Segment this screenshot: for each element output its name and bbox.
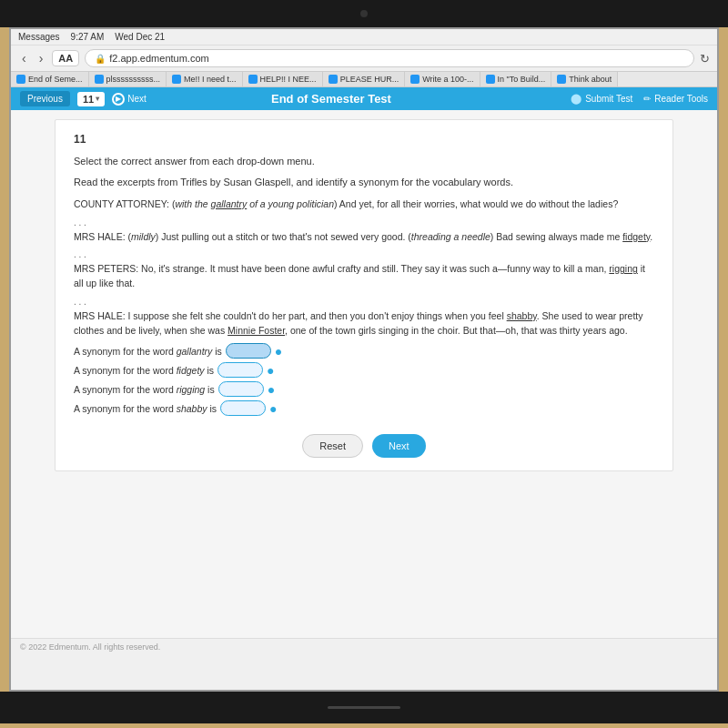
action-buttons: Reset Next xyxy=(74,434,654,458)
refresh-button[interactable]: ↻ xyxy=(700,52,710,66)
device-bottom xyxy=(0,692,728,723)
previous-button[interactable]: Previous xyxy=(20,91,70,106)
reader-tools-label: Reader Tools xyxy=(654,94,708,104)
rigging-label: A synonym for the word rigging is xyxy=(74,384,215,395)
shabby-dot: ● xyxy=(269,401,277,416)
tab-icon xyxy=(486,75,495,84)
answer-row-fidgety: A synonym for the word fidgety is ● xyxy=(74,362,654,378)
ellipsis-1: . . . xyxy=(74,217,654,228)
fidgety-dot: ● xyxy=(267,363,274,378)
tab-item[interactable]: In "To Build... xyxy=(480,72,552,86)
tab-icon xyxy=(329,75,338,84)
back-button[interactable]: ‹ xyxy=(18,49,30,67)
status-time: 9:27 AM xyxy=(71,32,105,42)
instruction-1: Select the correct answer from each drop… xyxy=(74,155,654,168)
submit-icon: ⬤ xyxy=(571,93,581,105)
reader-tools-button[interactable]: ✏ Reader Tools xyxy=(643,94,708,104)
tab-item[interactable]: HELP!! I NEE... xyxy=(243,72,323,86)
answer-row-rigging: A synonym for the word rigging is ● xyxy=(74,381,654,397)
shabby-label: A synonym for the word shabby is xyxy=(74,403,217,414)
browser-toolbar: ‹ › AA 🔒 f2.app.edmentum.com ↻ xyxy=(11,46,717,72)
passage-mrs-hale-2: MRS HALE: I suppose she felt she couldn'… xyxy=(74,309,654,339)
nav-buttons: ‹ › xyxy=(18,49,46,67)
question-number: 11 xyxy=(74,133,654,146)
rigging-dot: ● xyxy=(268,382,275,397)
gallantry-label: A synonym for the word gallantry is xyxy=(74,346,222,357)
tab-label: Write a 100-... xyxy=(422,75,473,84)
shabby-dropdown[interactable] xyxy=(220,400,266,416)
main-content: 11 Select the correct answer from each d… xyxy=(11,110,717,638)
content-card: 11 Select the correct answer from each d… xyxy=(55,119,673,471)
tab-item[interactable]: Write a 100-... xyxy=(405,72,480,86)
tab-item[interactable]: PLEASE HUR... xyxy=(323,72,406,86)
ellipsis-3: . . . xyxy=(74,297,654,307)
reset-button[interactable]: Reset xyxy=(302,434,363,458)
status-bar: Messages 9:27 AM Wed Dec 21 xyxy=(11,29,717,46)
tab-label: In "To Build... xyxy=(498,75,546,84)
tab-label: PLEASE HUR... xyxy=(340,75,399,84)
lock-icon: 🔒 xyxy=(95,54,106,64)
fidgety-dropdown[interactable] xyxy=(217,362,263,378)
next-button-main[interactable]: Next xyxy=(372,434,426,458)
tab-item[interactable]: Think about xyxy=(551,72,618,86)
rigging-dropdown[interactable] xyxy=(218,381,264,397)
device-frame: Messages 9:27 AM Wed Dec 21 ‹ › AA 🔒 f2.… xyxy=(0,0,728,728)
tab-label: plssssssssss... xyxy=(106,75,161,84)
tab-item[interactable]: End of Seme... xyxy=(11,72,89,86)
tab-label: Me!! I need t... xyxy=(184,75,237,84)
tab-label: End of Seme... xyxy=(28,75,83,84)
app-header: Previous 11 ▾ ▶ Next End of Semester Tes… xyxy=(11,87,717,110)
tab-label: Think about xyxy=(569,75,612,84)
camera-bar xyxy=(0,0,728,27)
tab-icon xyxy=(16,75,25,84)
pencil-icon: ✏ xyxy=(643,94,651,104)
tab-item[interactable]: plssssssssss... xyxy=(89,72,167,86)
camera-dot xyxy=(360,10,368,17)
tab-icon xyxy=(410,75,420,84)
tab-item[interactable]: Me!! I need t... xyxy=(167,72,243,86)
status-app: Messages xyxy=(18,32,60,42)
answer-row-gallantry: A synonym for the word gallantry is ● xyxy=(74,343,654,359)
passage-mrs-peters: MRS PETERS: No, it's strange. It must ha… xyxy=(74,262,654,291)
tab-icon xyxy=(248,75,258,84)
home-indicator xyxy=(328,706,400,709)
tab-icon xyxy=(95,75,104,84)
submit-test-button[interactable]: ⬤ Submit Test xyxy=(571,93,632,105)
tabs-row: End of Seme... plssssssssss... Me!! I ne… xyxy=(11,72,717,87)
app-title: End of Semester Test xyxy=(99,92,563,106)
tab-icon xyxy=(557,75,566,84)
forward-button[interactable]: › xyxy=(35,49,47,67)
footer: © 2022 Edmentum. All rights reserved. xyxy=(11,638,717,655)
tab-icon xyxy=(172,75,181,84)
fidgety-label: A synonym for the word fidgety is xyxy=(74,365,214,376)
instruction-2: Read the excerpts from Trifles by Susan … xyxy=(74,176,654,189)
copyright-text: © 2022 Edmentum. All rights reserved. xyxy=(20,642,160,652)
gallantry-dot: ● xyxy=(275,344,282,359)
aa-label[interactable]: AA xyxy=(52,50,79,66)
passage-mrs-hale-1: MRS HALE: (mildly) Just pulling out a st… xyxy=(74,230,654,245)
screen: Messages 9:27 AM Wed Dec 21 ‹ › AA 🔒 f2.… xyxy=(9,27,719,692)
submit-test-label: Submit Test xyxy=(585,94,632,104)
passage-county-attorney: COUNTY ATTORNEY: (with the gallantry of … xyxy=(74,197,654,212)
tab-label: HELP!! I NEE... xyxy=(260,75,317,84)
url-bar[interactable]: 🔒 f2.app.edmentum.com xyxy=(85,49,694,67)
url-text: f2.app.edmentum.com xyxy=(109,53,208,64)
answer-row-shabby: A synonym for the word shabby is ● xyxy=(74,400,654,416)
gallantry-dropdown[interactable] xyxy=(226,343,271,359)
status-date: Wed Dec 21 xyxy=(115,32,165,42)
header-right: ⬤ Submit Test ✏ Reader Tools xyxy=(571,93,708,105)
ellipsis-2: . . . xyxy=(74,249,654,259)
question-num-label: 11 xyxy=(83,94,94,105)
